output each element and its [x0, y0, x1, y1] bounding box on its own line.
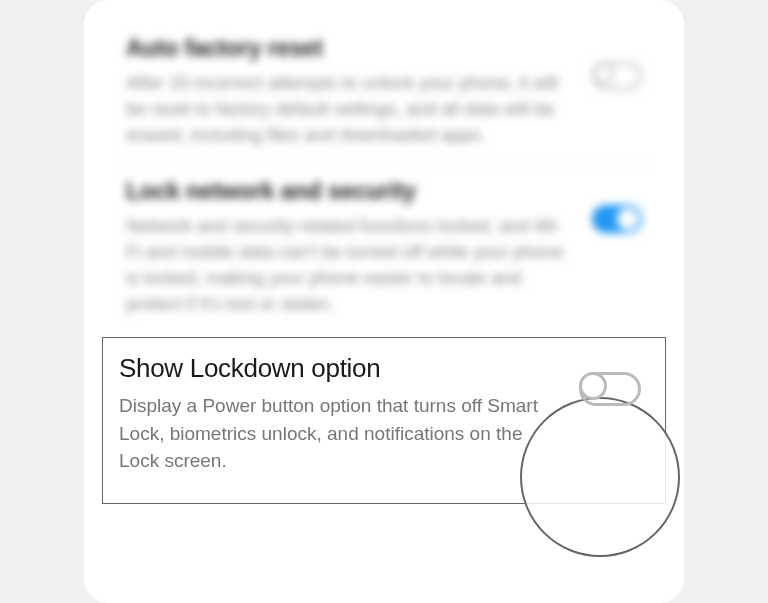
setting-content: Lock network and security Network and se…	[126, 177, 576, 317]
setting-title: Lock network and security	[126, 177, 576, 207]
divider	[120, 162, 648, 163]
setting-description: After 15 incorrect attempts to unlock yo…	[126, 70, 576, 148]
setting-description: Network and security-related functions l…	[126, 213, 576, 317]
setting-content: Auto factory reset After 15 incorrect at…	[126, 34, 576, 148]
toggle-auto-factory-reset[interactable]	[592, 62, 642, 90]
setting-title: Show Lockdown option	[119, 352, 563, 386]
setting-title: Auto factory reset	[126, 34, 576, 64]
toggle-show-lockdown[interactable]	[579, 372, 641, 406]
toggle-lock-network-security[interactable]	[592, 205, 642, 233]
setting-auto-factory-reset[interactable]: Auto factory reset After 15 incorrect at…	[102, 20, 666, 162]
setting-description: Display a Power button option that turns…	[119, 392, 563, 475]
setting-lock-network-security[interactable]: Lock network and security Network and se…	[102, 163, 666, 331]
settings-panel: Auto factory reset After 15 incorrect at…	[84, 0, 684, 603]
setting-show-lockdown[interactable]: Show Lockdown option Display a Power but…	[102, 337, 666, 503]
setting-content: Show Lockdown option Display a Power but…	[119, 352, 563, 474]
